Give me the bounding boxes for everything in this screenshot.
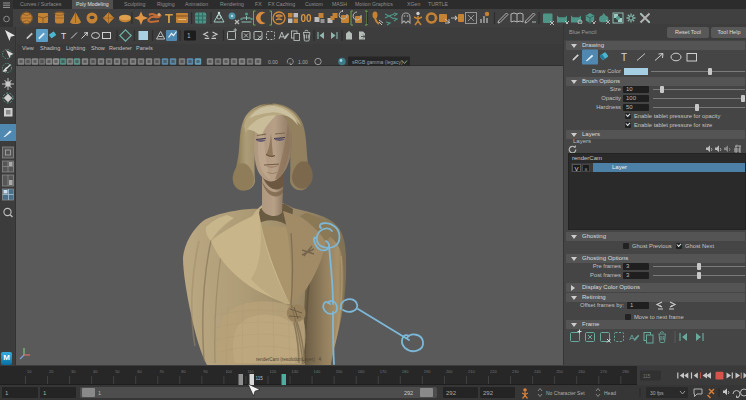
svg-text:210: 210 [468, 369, 475, 374]
svg-text:No Character Set: No Character Set [546, 390, 585, 396]
svg-text:292: 292 [483, 390, 494, 396]
svg-text:230: 230 [512, 369, 519, 374]
svg-text:292: 292 [404, 390, 413, 396]
svg-text:170: 170 [380, 369, 387, 374]
svg-text:260: 260 [578, 369, 585, 374]
svg-text:115: 115 [256, 376, 264, 381]
svg-text:110: 110 [247, 369, 254, 374]
svg-text:130: 130 [292, 369, 299, 374]
svg-text:Head: Head [604, 390, 616, 396]
svg-text:100: 100 [225, 369, 232, 374]
svg-text:20: 20 [49, 369, 54, 374]
svg-text:115: 115 [643, 374, 651, 379]
svg-text:1: 1 [187, 32, 191, 39]
svg-text:1.00: 1.00 [298, 59, 308, 65]
svg-text:1: 1 [98, 390, 101, 396]
svg-text:sRGB gamma (legacy): sRGB gamma (legacy) [352, 59, 403, 65]
svg-text:30 fps: 30 fps [650, 390, 664, 396]
svg-text:220: 220 [490, 369, 497, 374]
svg-text:90: 90 [203, 369, 208, 374]
svg-text:120: 120 [270, 369, 277, 374]
svg-text:80: 80 [181, 369, 186, 374]
svg-text:150: 150 [336, 369, 343, 374]
svg-text:40: 40 [93, 369, 98, 374]
svg-text:0.00: 0.00 [268, 59, 278, 65]
svg-text:10: 10 [27, 369, 32, 374]
svg-text:60: 60 [137, 369, 142, 374]
svg-text:160: 160 [358, 369, 365, 374]
svg-text:50: 50 [115, 369, 120, 374]
svg-text:180: 180 [402, 369, 409, 374]
svg-text:250: 250 [556, 369, 563, 374]
svg-text:renderCam (resolutionLayer): renderCam (resolutionLayer) 4 [256, 357, 322, 362]
svg-text:T: T [61, 31, 66, 41]
svg-text:280: 280 [622, 369, 629, 374]
svg-text:00: 00 [300, 13, 312, 24]
svg-text:240: 240 [534, 369, 541, 374]
svg-text:270: 270 [600, 369, 607, 374]
svg-text:T: T [621, 52, 627, 63]
svg-text:292: 292 [446, 390, 457, 396]
svg-text:T: T [165, 11, 173, 26]
svg-text:140: 140 [314, 369, 321, 374]
svg-text:190: 190 [424, 369, 431, 374]
svg-text:30: 30 [71, 369, 76, 374]
svg-text:200: 200 [446, 369, 453, 374]
svg-text:70: 70 [159, 369, 164, 374]
